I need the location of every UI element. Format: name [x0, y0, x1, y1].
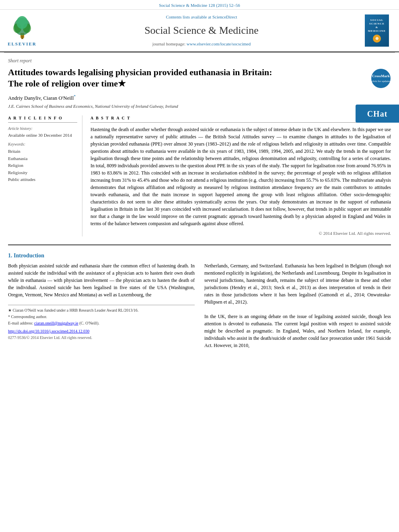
article-title: Attitudes towards legalising physician p… — [8, 67, 367, 90]
elsevier-logo: ELSEVIER — [4, 14, 40, 47]
journal-header: ELSEVIER Contents lists available at Sci… — [0, 10, 399, 52]
email-link[interactable]: ciaran.oneill@nuigalway.ie — [34, 321, 78, 325]
keyword-5: Public attitudes — [8, 176, 77, 183]
article-title-row: Attitudes towards legalising physician p… — [8, 67, 391, 90]
body-two-columns: Both physician assisted suicide and euth… — [8, 262, 391, 349]
homepage-line: journal homepage: www.elsevier.com/locat… — [152, 41, 251, 47]
keyword-3: Religion — [8, 162, 77, 169]
body-col-right-text-2: In the UK, there is an ongoing debate on… — [204, 313, 391, 349]
authors-text: Andriy Danyliv, Ciaran O'Neill — [8, 95, 74, 101]
corresponding-author-marker: * — [74, 94, 76, 99]
contents-available-text: Contents lists available at ScienceDirec… — [166, 14, 237, 19]
cover-title-text: SOCIALSCIENCE& MEDICINE — [366, 18, 387, 33]
svg-rect-5 — [21, 36, 23, 39]
keyword-2: Euthanasia — [8, 155, 77, 162]
abstract-header: A B S T R A C T — [90, 115, 391, 123]
body-section: 1. Introduction Both physician assisted … — [0, 245, 399, 349]
body-col-left-text: Both physician assisted suicide and euth… — [8, 262, 195, 298]
journal-header-center: Contents lists available at ScienceDirec… — [44, 14, 359, 47]
intro-section-title: 1. Introduction — [8, 252, 391, 260]
article-section: Short report Attitudes towards legalisin… — [0, 53, 399, 240]
keyword-4: Religiosity — [8, 169, 77, 177]
article-info-abstract-columns: A R T I C L E I N F O Article history: A… — [8, 115, 391, 240]
article-info-header: A R T I C L E I N F O — [8, 115, 77, 123]
authors-line: Andriy Danyliv, Ciaran O'Neill* — [8, 94, 391, 102]
email-line: E-mail address: ciaran.oneill@nuigalway.… — [8, 320, 195, 326]
history-label: Article history: — [8, 126, 77, 131]
svg-point-6 — [371, 69, 391, 88]
article-title-line2: The role of religion over time★ — [8, 78, 126, 88]
crossmark-badge: CrossMark click for updates — [371, 68, 391, 88]
keywords-label: Keywords: — [8, 142, 77, 147]
body-col-left: Both physician assisted suicide and euth… — [8, 262, 195, 349]
svg-text:click for updates: click for updates — [372, 80, 391, 83]
elsevier-tree-icon — [9, 14, 35, 40]
journal-title: Social Science & Medicine — [144, 23, 259, 38]
svg-point-4 — [16, 16, 28, 29]
abstract-column: A B S T R A C T Hastening the death of a… — [90, 115, 391, 236]
email-suffix: (C. O'Neill). — [79, 321, 99, 325]
homepage-label: journal homepage: — [152, 41, 185, 46]
article-type-label: Short report — [8, 58, 391, 64]
keyword-1: Britain — [8, 148, 77, 155]
journal-ref-text: Social Science & Medicine 128 (2015) 52–… — [159, 3, 240, 8]
sciencedirect-line: Contents lists available at ScienceDirec… — [166, 14, 237, 20]
affiliation-text: J.E. Cairnes School of Business and Econ… — [8, 103, 391, 109]
body-col-right: Netherlands, Germany, and Switzerland. E… — [204, 262, 391, 349]
copyright-line: © 2014 Elsevier Ltd. All rights reserved… — [90, 230, 391, 236]
article-title-line1: Attitudes towards legalising physician p… — [8, 67, 272, 77]
journal-cover: SOCIALSCIENCE& MEDICINE ⊕ — [363, 14, 391, 47]
cover-icon: ⊕ — [373, 35, 381, 43]
elsevier-text: ELSEVIER — [8, 41, 37, 47]
svg-text:CrossMark: CrossMark — [372, 74, 390, 78]
keywords-list: Britain Euthanasia Religion Religiosity … — [8, 148, 77, 183]
footnote-area: ★ Ciaran O'Neill was funded under a HRB … — [8, 305, 195, 341]
body-col-right-text-1: Netherlands, Germany, and Switzerland. E… — [204, 262, 391, 306]
chat-label: CHat — [367, 108, 388, 119]
doi-anchor[interactable]: http://dx.doi.org/10.1016/j.socscimed.20… — [8, 329, 89, 333]
footnote-2: * Corresponding author. — [8, 314, 195, 320]
history-value: Available online 30 December 2014 — [8, 132, 77, 138]
footnote-1: ★ Ciaran O'Neill was funded under a HRB … — [8, 308, 195, 313]
article-info-column: A R T I C L E I N F O Article history: A… — [8, 115, 82, 236]
footer-copyright: 0277-9536/© 2014 Elsevier Ltd. All right… — [8, 335, 195, 341]
crossmark-icon: CrossMark click for updates — [371, 68, 391, 88]
cover-thumbnail: SOCIALSCIENCE& MEDICINE ⊕ — [365, 14, 389, 47]
email-label: E-mail address: — [8, 321, 33, 325]
homepage-url[interactable]: www.elsevier.com/locate/socscimed — [187, 41, 251, 46]
chat-button[interactable]: CHat — [356, 105, 399, 123]
abstract-text: Hastening the death of another whether t… — [90, 126, 391, 227]
journal-reference-bar: Social Science & Medicine 128 (2015) 52–… — [0, 0, 399, 10]
doi-link[interactable]: http://dx.doi.org/10.1016/j.socscimed.20… — [8, 329, 195, 334]
